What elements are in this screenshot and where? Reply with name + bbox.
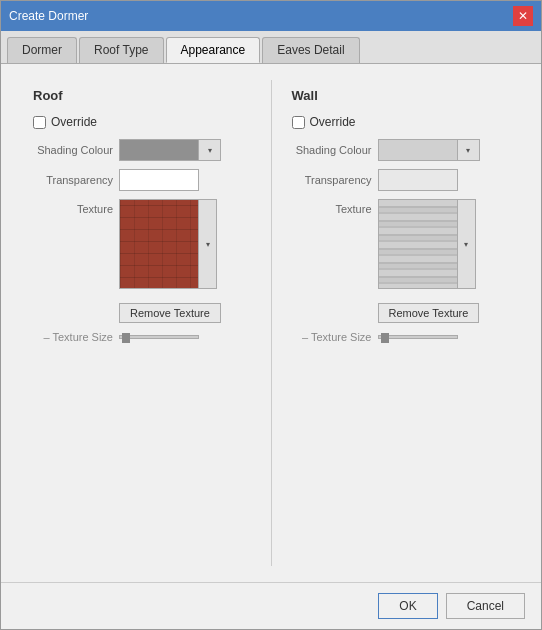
wall-texture-dropdown[interactable]: ▾ (458, 199, 476, 289)
roof-remove-texture-button[interactable]: Remove Texture (119, 303, 221, 323)
roof-texture-size-label: – Texture Size (33, 331, 113, 343)
roof-texture-dropdown[interactable]: ▾ (199, 199, 217, 289)
wall-transparency-input[interactable]: 0 % (378, 169, 458, 191)
wall-texture-row: Texture ▾ (292, 199, 510, 295)
wall-color-dropdown[interactable]: ▾ (458, 139, 480, 161)
wall-texture-label: Texture (292, 203, 372, 215)
wall-panel: Wall Override Shading Colour ▾ (276, 80, 526, 566)
wall-texture-size-label: – Texture Size (292, 331, 372, 343)
wall-shading-label: Shading Colour (292, 144, 372, 156)
wall-color-box[interactable] (378, 139, 458, 161)
wall-texture-size-handle[interactable] (381, 333, 389, 343)
wall-color-chevron-icon: ▾ (466, 146, 470, 155)
roof-remove-texture-row: Remove Texture (33, 303, 251, 323)
wall-texture-chevron-icon: ▾ (464, 240, 468, 249)
roof-texture-row: Texture ▾ (33, 199, 251, 295)
wall-panel-title: Wall (292, 88, 510, 103)
roof-shading-label: Shading Colour (33, 144, 113, 156)
roof-texture-label: Texture (33, 203, 113, 215)
panel-divider (271, 80, 272, 566)
close-button[interactable]: ✕ (513, 6, 533, 26)
roof-texture-chevron-icon: ▾ (206, 240, 210, 249)
roof-color-select: ▾ (119, 139, 221, 161)
wall-remove-texture-button[interactable]: Remove Texture (378, 303, 480, 323)
wall-texture-container: ▾ (378, 199, 476, 289)
roof-override-row: Override (33, 115, 251, 129)
cancel-button[interactable]: Cancel (446, 593, 525, 619)
roof-color-dropdown[interactable]: ▾ (199, 139, 221, 161)
wall-override-row: Override (292, 115, 510, 129)
wall-texture-image (379, 200, 458, 289)
roof-override-label: Override (51, 115, 97, 129)
roof-override-checkbox[interactable] (33, 116, 46, 129)
tab-roof-type[interactable]: Roof Type (79, 37, 163, 63)
tab-eaves-detail[interactable]: Eaves Detail (262, 37, 359, 63)
tab-appearance[interactable]: Appearance (166, 37, 261, 63)
panels-container: Roof Override Shading Colour ▾ (17, 80, 525, 566)
wall-texture-preview[interactable] (378, 199, 458, 289)
roof-texture-size-row: – Texture Size (33, 331, 251, 343)
wall-texture-size-row: – Texture Size (292, 331, 510, 343)
roof-texture-image (120, 200, 199, 289)
roof-texture-size-handle[interactable] (122, 333, 130, 343)
wall-override-checkbox[interactable] (292, 116, 305, 129)
roof-texture-container: ▾ (119, 199, 217, 289)
wall-override-label: Override (310, 115, 356, 129)
roof-transparency-row: Transparency 25 % (33, 169, 251, 191)
wall-texture-size-slider[interactable] (378, 335, 458, 339)
title-bar: Create Dormer ✕ (1, 1, 541, 31)
roof-shading-row: Shading Colour ▾ (33, 139, 251, 161)
wall-transparency-label: Transparency (292, 174, 372, 186)
roof-transparency-input[interactable]: 25 % (119, 169, 199, 191)
wall-remove-texture-row: Remove Texture (292, 303, 510, 323)
dialog-footer: OK Cancel (1, 582, 541, 629)
dialog-title: Create Dormer (9, 9, 88, 23)
roof-panel-title: Roof (33, 88, 251, 103)
ok-button[interactable]: OK (378, 593, 437, 619)
roof-panel: Roof Override Shading Colour ▾ (17, 80, 267, 566)
tab-dormer[interactable]: Dormer (7, 37, 77, 63)
roof-color-box[interactable] (119, 139, 199, 161)
roof-texture-size-slider[interactable] (119, 335, 199, 339)
wall-shading-row: Shading Colour ▾ (292, 139, 510, 161)
roof-color-chevron-icon: ▾ (208, 146, 212, 155)
wall-color-select: ▾ (378, 139, 480, 161)
wall-transparency-row: Transparency 0 % (292, 169, 510, 191)
create-dormer-dialog: Create Dormer ✕ Dormer Roof Type Appeara… (0, 0, 542, 630)
roof-texture-preview[interactable] (119, 199, 199, 289)
content-area: Roof Override Shading Colour ▾ (1, 64, 541, 582)
tab-bar: Dormer Roof Type Appearance Eaves Detail (1, 31, 541, 64)
roof-transparency-label: Transparency (33, 174, 113, 186)
